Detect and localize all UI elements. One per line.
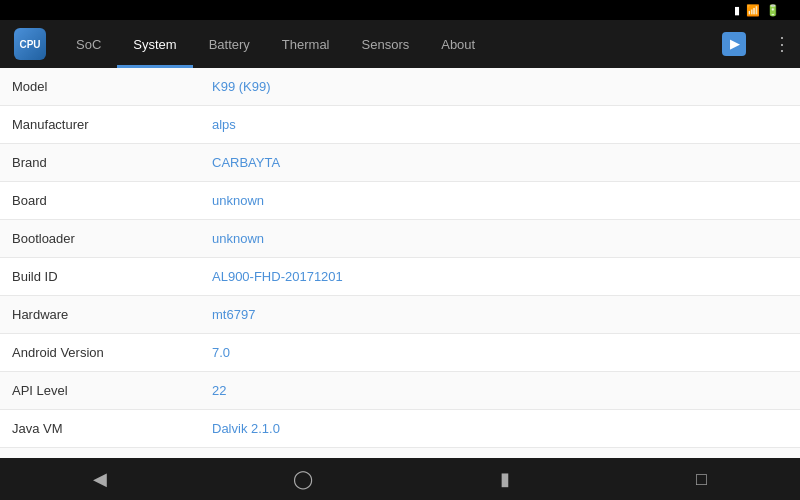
row-label: Model — [12, 79, 212, 94]
row-value: CARBAYTA — [212, 155, 280, 170]
content-area: ModelK99 (K99)ManufactureralpsBrandCARBA… — [0, 68, 800, 458]
more-options-button[interactable]: ⋮ — [764, 20, 800, 68]
row-label: Board — [12, 193, 212, 208]
app-logo: CPU — [0, 20, 60, 68]
row-value: unknown — [212, 193, 264, 208]
tab-soc[interactable]: SoC — [60, 20, 117, 68]
table-row: Hardwaremt6797 — [0, 296, 800, 334]
row-label: Brand — [12, 155, 212, 170]
row-value: alps — [212, 117, 236, 132]
row-label: Java VM — [12, 421, 212, 436]
row-value: mt6797 — [212, 307, 255, 322]
table-row: ModelK99 (K99) — [0, 68, 800, 106]
row-value: AL900-FHD-20171201 — [212, 269, 343, 284]
table-row: Bootloaderunknown — [0, 220, 800, 258]
logo-icon: CPU — [14, 28, 46, 60]
validation-icon: ▶ — [722, 32, 746, 56]
row-label: Build ID — [12, 269, 212, 284]
table-row: OpenGL ES Version3.0 — [0, 448, 800, 458]
status-icons: ▮ 📶 🔋 — [734, 4, 792, 17]
row-value: K99 (K99) — [212, 79, 271, 94]
table-row: Java VMDalvik 2.1.0 — [0, 410, 800, 448]
tab-system[interactable]: System — [117, 20, 192, 68]
sim-icon: ▮ — [734, 4, 740, 17]
online-validation-button[interactable]: ▶ — [710, 32, 764, 56]
table-row: Boardunknown — [0, 182, 800, 220]
row-value: 22 — [212, 383, 226, 398]
row-value: unknown — [212, 231, 264, 246]
table-row: BrandCARBAYTA — [0, 144, 800, 182]
screenshot-button[interactable]: □ — [676, 461, 727, 498]
table-row: API Level22 — [0, 372, 800, 410]
bottom-nav: ◀ ◯ ▮ □ — [0, 458, 800, 500]
nav-bar: CPU SoC System Battery Thermal Sensors A… — [0, 20, 800, 68]
tab-sensors[interactable]: Sensors — [346, 20, 426, 68]
status-bar: ▮ 📶 🔋 — [0, 0, 800, 20]
tab-thermal[interactable]: Thermal — [266, 20, 346, 68]
back-button[interactable]: ◀ — [73, 460, 127, 498]
row-label: Bootloader — [12, 231, 212, 246]
wifi-icon: 📶 — [746, 4, 760, 17]
tab-battery[interactable]: Battery — [193, 20, 266, 68]
battery-icon: 🔋 — [766, 4, 780, 17]
row-label: API Level — [12, 383, 212, 398]
row-label: Android Version — [12, 345, 212, 360]
table-row: Manufactureralps — [0, 106, 800, 144]
row-value: 7.0 — [212, 345, 230, 360]
nav-tabs: SoC System Battery Thermal Sensors About — [60, 20, 710, 68]
row-value: Dalvik 2.1.0 — [212, 421, 280, 436]
row-label: Manufacturer — [12, 117, 212, 132]
recents-button[interactable]: ▮ — [480, 460, 530, 498]
table-row: Build IDAL900-FHD-20171201 — [0, 258, 800, 296]
row-label: Hardware — [12, 307, 212, 322]
tab-about[interactable]: About — [425, 20, 491, 68]
home-button[interactable]: ◯ — [273, 460, 333, 498]
table-row: Android Version7.0 — [0, 334, 800, 372]
